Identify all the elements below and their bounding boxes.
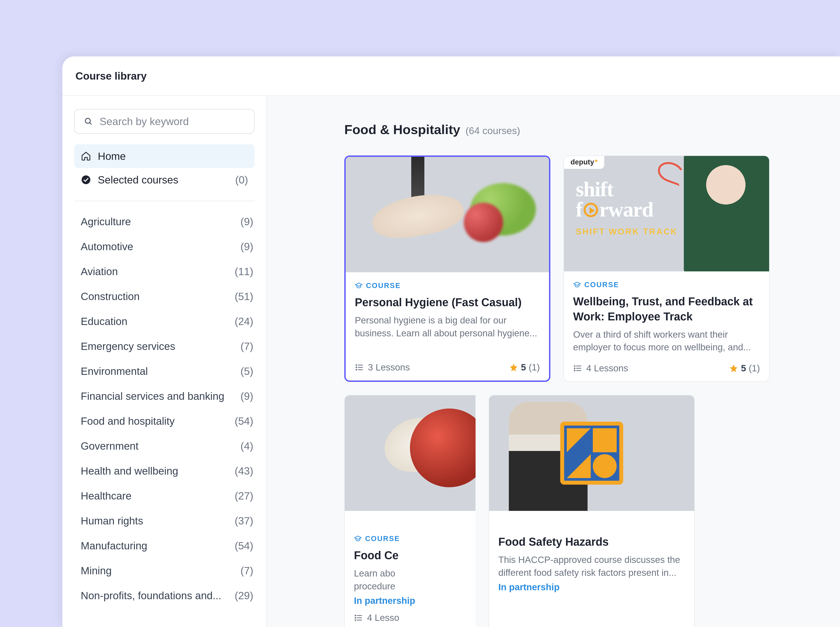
- course-grid: COURSE Personal Hygiene (Fast Casual) Pe…: [344, 156, 840, 627]
- category-environmental[interactable]: Environmental(5): [74, 359, 255, 384]
- course-thumbnail: [346, 157, 549, 272]
- course-title: Personal Hygiene (Fast Casual): [355, 295, 540, 310]
- course-type-badge: COURSE: [354, 534, 466, 543]
- search-icon: [84, 117, 93, 126]
- course-thumbnail: [345, 395, 476, 511]
- lesson-count: 4 Lessons: [573, 363, 628, 373]
- category-government[interactable]: Government(4): [74, 433, 255, 458]
- category-agriculture[interactable]: Agriculture(9): [74, 209, 255, 234]
- category-manufacturing[interactable]: Manufacturing(54): [74, 533, 255, 558]
- nav-home-label: Home: [98, 150, 126, 162]
- category-nonprofits[interactable]: Non-profits, foundations and...(29): [74, 583, 255, 608]
- course-card-personal-hygiene[interactable]: COURSE Personal Hygiene (Fast Casual) Pe…: [344, 156, 550, 382]
- nav-selected-label: Selected courses: [98, 174, 178, 186]
- search-input[interactable]: [99, 115, 245, 128]
- category-aviation[interactable]: Aviation(11): [74, 259, 255, 284]
- graduation-cap-icon: [354, 535, 362, 543]
- course-type-badge: COURSE: [355, 282, 540, 290]
- category-health-wellbeing[interactable]: Health and wellbeing(43): [74, 458, 255, 483]
- svg-point-13: [574, 368, 575, 369]
- category-construction[interactable]: Construction(51): [74, 284, 255, 309]
- home-icon: [81, 151, 91, 161]
- star-icon: [729, 364, 738, 373]
- search-field[interactable]: [74, 109, 255, 134]
- partner-badge-deputy: deputy: [564, 156, 604, 169]
- course-title: Food Safety Hazards: [498, 534, 685, 550]
- svg-point-20: [355, 619, 356, 621]
- svg-point-12: [574, 365, 575, 367]
- svg-point-14: [574, 370, 575, 371]
- svg-point-0: [85, 118, 90, 123]
- category-list: Agriculture(9) Automotive(9) Aviation(11…: [74, 209, 255, 608]
- graduation-cap-icon: [573, 281, 581, 289]
- list-icon: [354, 613, 363, 622]
- sidebar: Home Selected courses (0) Agriculture(9)…: [62, 96, 267, 627]
- category-healthcare[interactable]: Healthcare(27): [74, 483, 255, 508]
- titlebar: Course library: [62, 57, 840, 96]
- course-description: Personal hygiene is a big deal for our b…: [355, 314, 540, 340]
- svg-point-6: [356, 365, 357, 365]
- svg-point-18: [355, 615, 356, 616]
- svg-point-8: [356, 369, 357, 370]
- svg-line-1: [90, 123, 91, 124]
- page-title: Course library: [76, 70, 147, 82]
- partnership-label: In partnership: [354, 595, 466, 606]
- category-automotive[interactable]: Automotive(9): [74, 234, 255, 259]
- check-circle-icon: [81, 175, 91, 185]
- category-food-hospitality[interactable]: Food and hospitality(54): [74, 408, 255, 433]
- lesson-count: 3 Lessons: [355, 362, 410, 373]
- course-title: Wellbeing, Trust, and Feedback at Work: …: [573, 294, 760, 325]
- nav-home[interactable]: Home: [74, 144, 255, 168]
- graduation-cap-icon: [355, 282, 363, 290]
- course-rating: 5 (1): [729, 363, 760, 373]
- section-header: Food & Hospitality (64 courses): [344, 122, 840, 137]
- haccp-badge-icon: [560, 422, 623, 485]
- main-content: Food & Hospitality (64 courses) COURSE P…: [267, 96, 840, 627]
- nav-selected-courses[interactable]: Selected courses (0): [74, 168, 255, 192]
- nav-selected-count: (0): [235, 174, 248, 186]
- course-card-food-safety-hazards[interactable]: Food Safety Hazards This HACCP-approved …: [489, 395, 695, 627]
- category-education[interactable]: Education(24): [74, 309, 255, 334]
- body: Home Selected courses (0) Agriculture(9)…: [62, 96, 840, 627]
- course-rating: 5 (1): [509, 362, 540, 373]
- course-card-wellbeing-trust[interactable]: deputy shift frward SHIFT WORK TRACK COU…: [564, 156, 769, 382]
- category-financial-services[interactable]: Financial services and banking(9): [74, 384, 255, 408]
- category-mining[interactable]: Mining(7): [74, 558, 255, 583]
- course-description: Learn abo procedure: [354, 567, 466, 593]
- section-subtitle: (64 courses): [465, 125, 520, 137]
- star-icon: [509, 363, 518, 372]
- partnership-label: In partnership: [498, 582, 685, 592]
- list-icon: [573, 364, 582, 373]
- course-title: Food Ce: [354, 548, 466, 563]
- list-icon: [355, 363, 364, 372]
- lesson-count: 4 Lesso: [354, 613, 399, 623]
- svg-point-19: [355, 618, 356, 618]
- category-human-rights[interactable]: Human rights(37): [74, 508, 255, 533]
- app-window: Course library Home Selected courses (0)…: [62, 57, 840, 627]
- course-type-badge: COURSE: [573, 280, 760, 289]
- section-title: Food & Hospitality: [344, 122, 460, 137]
- course-description: Over a third of shift workers want their…: [573, 328, 760, 354]
- course-description: This HACCP-approved course discusses the…: [498, 553, 685, 579]
- svg-point-7: [356, 367, 357, 368]
- svg-point-2: [82, 175, 90, 184]
- course-thumbnail: [489, 395, 694, 511]
- course-thumbnail: deputy shift frward SHIFT WORK TRACK: [564, 156, 769, 271]
- category-emergency-services[interactable]: Emergency services(7): [74, 334, 255, 359]
- course-card-food-cert[interactable]: COURSE Food Ce Learn abo procedure In pa…: [344, 395, 476, 627]
- sidebar-divider: [74, 201, 255, 201]
